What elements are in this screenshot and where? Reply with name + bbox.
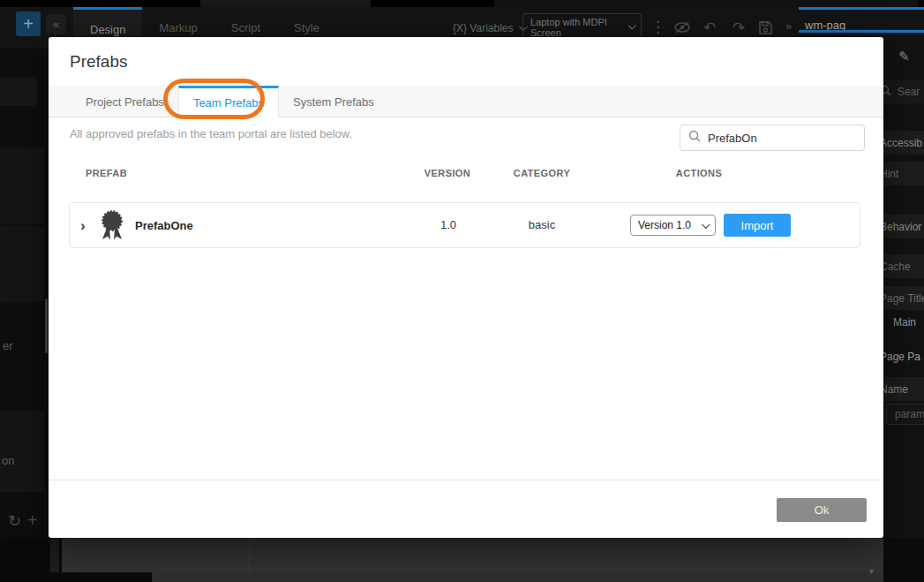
device-selector-value: Laptop with MDPI Screen: [530, 17, 628, 38]
palette-item[interactable]: [0, 78, 37, 106]
import-button[interactable]: Import: [724, 214, 791, 237]
save-button[interactable]: [755, 18, 775, 37]
design-canvas: ▼: [0, 538, 924, 582]
canvas-surface[interactable]: [62, 538, 883, 572]
ok-button[interactable]: Ok: [777, 498, 867, 522]
dialog-title: Prefabs: [70, 52, 127, 72]
active-page-tab-underline: [799, 30, 924, 33]
scroll-down-arrow-icon[interactable]: ▼: [868, 567, 875, 576]
palette-label-fragment: on: [2, 454, 14, 467]
redo-button[interactable]: ↷: [729, 18, 748, 37]
search-icon: [688, 130, 701, 146]
kebab-menu-icon: ⋮: [650, 19, 665, 35]
double-chevron-left-icon: «: [53, 18, 59, 31]
chevron-down-icon: [702, 220, 710, 229]
app-screen: + « Design Markup Script Style {X} Varia…: [0, 0, 924, 582]
canvas-column-divider: [249, 538, 250, 572]
table-row: › PrefabOne 1.0 basic Version 1.0 Import: [69, 202, 860, 248]
active-page-tab-indicator: [799, 7, 924, 10]
column-header-category: CATEGORY: [514, 168, 570, 178]
add-icon[interactable]: +: [27, 510, 38, 531]
tab-system-prefabs[interactable]: System Prefabs: [279, 86, 388, 117]
version-select[interactable]: Version 1.0: [630, 215, 716, 236]
canvas-gutter: [50, 538, 59, 572]
variables-label: {X} Variables: [453, 22, 514, 34]
prefab-search-box[interactable]: [680, 125, 865, 151]
prefabs-tabbar: Project Prefabs Team Prefabs System Pref…: [49, 86, 883, 117]
undo-icon: ↶: [703, 19, 716, 37]
prefab-version: 1.0: [440, 218, 456, 231]
tab-team-prefabs[interactable]: Team Prefabs: [178, 86, 279, 117]
canvas-footer-row: [152, 572, 883, 582]
more-options-button[interactable]: ⋮: [650, 18, 665, 36]
collapse-panel-button[interactable]: «: [46, 14, 66, 34]
column-header-actions: ACTIONS: [676, 168, 722, 178]
prefabs-dialog: Prefabs Project Prefabs Team Prefabs Sys…: [49, 37, 883, 538]
prefab-category: basic: [529, 218, 555, 231]
dialog-description: All approved prefabs in the team portal …: [70, 127, 352, 140]
tab-project-prefabs[interactable]: Project Prefabs: [71, 86, 178, 117]
redo-icon: ↷: [732, 19, 745, 37]
undo-button[interactable]: ↶: [700, 18, 719, 37]
prefab-name: PrefabOne: [135, 219, 193, 232]
palette-label-fragment: er: [3, 339, 13, 352]
widget-palette-panel: er on ↻ +: [0, 49, 49, 582]
param-name-input[interactable]: param: [886, 404, 924, 425]
palette-item[interactable]: [0, 147, 44, 223]
preview-toggle-button[interactable]: [672, 18, 692, 37]
double-chevron-right-icon: »: [785, 19, 792, 33]
canvas-right-gap: [883, 538, 924, 582]
prefab-ribbon-icon: [100, 210, 124, 246]
column-header-version: VERSION: [424, 168, 470, 178]
expand-row-chevron[interactable]: ›: [80, 217, 86, 235]
version-select-value: Version 1.0: [638, 219, 691, 231]
chevron-down-icon: [628, 21, 636, 29]
dialog-footer: Ok: [49, 480, 883, 538]
add-page-button[interactable]: +: [16, 11, 41, 36]
refresh-icon[interactable]: ↻: [8, 511, 21, 531]
column-header-prefab: PREFAB: [86, 168, 127, 178]
palette-item[interactable]: [0, 411, 44, 492]
save-floppy-icon: [758, 20, 773, 35]
expand-right-button[interactable]: »: [785, 19, 792, 33]
edit-pencil-icon[interactable]: ✎: [898, 49, 910, 64]
left-panel-scrollbar[interactable]: [45, 299, 48, 353]
palette-item[interactable]: [0, 226, 44, 302]
eye-off-icon: [673, 21, 691, 34]
search-placeholder-fragment: Sear: [898, 86, 920, 98]
prefab-search-input[interactable]: [708, 132, 849, 145]
browser-strip-segment: [494, 0, 918, 7]
browser-strip-segment: [200, 0, 371, 7]
browser-strip: [0, 0, 924, 7]
plus-icon: +: [23, 14, 34, 34]
